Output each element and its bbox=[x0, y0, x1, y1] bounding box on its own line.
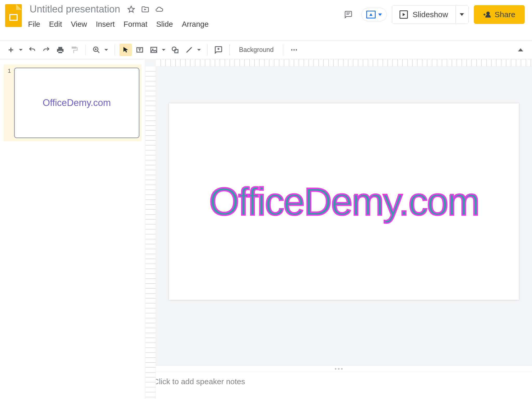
redo-button[interactable] bbox=[40, 44, 52, 56]
present-icon bbox=[366, 11, 376, 18]
slide-number: 1 bbox=[5, 68, 11, 138]
line-dropdown[interactable] bbox=[195, 44, 203, 56]
toolbar: Background bbox=[0, 41, 532, 59]
menu-format[interactable]: Format bbox=[124, 20, 148, 29]
select-tool[interactable] bbox=[119, 44, 132, 56]
paint-format-button bbox=[68, 44, 81, 56]
share-label: Share bbox=[495, 10, 515, 19]
speaker-notes[interactable]: Click to add speaker notes bbox=[145, 372, 532, 399]
filmstrip: 1 OfficeDemy.com bbox=[0, 59, 145, 399]
menu-insert[interactable]: Insert bbox=[96, 20, 115, 29]
person-plus-icon bbox=[483, 11, 491, 18]
slideshow-label: Slideshow bbox=[413, 10, 448, 19]
new-slide-button[interactable] bbox=[5, 44, 17, 56]
undo-button[interactable] bbox=[26, 44, 38, 56]
comments-icon[interactable] bbox=[341, 7, 356, 22]
vertical-ruler[interactable] bbox=[145, 66, 156, 399]
thumb-text: OfficeDemy.com bbox=[43, 97, 111, 108]
menu-slide[interactable]: Slide bbox=[156, 20, 173, 29]
slideshow-dropdown[interactable] bbox=[455, 5, 468, 24]
move-folder-icon[interactable] bbox=[141, 5, 150, 14]
svg-point-4 bbox=[172, 47, 176, 51]
star-icon[interactable] bbox=[127, 5, 136, 14]
canvas[interactable]: OfficeDemy.com bbox=[156, 66, 532, 365]
image-dropdown[interactable] bbox=[160, 44, 167, 56]
app-logo[interactable] bbox=[5, 4, 22, 27]
play-icon bbox=[400, 10, 408, 19]
menu-view[interactable]: View bbox=[71, 20, 87, 29]
notes-resize-handle[interactable] bbox=[145, 365, 532, 372]
collapse-toolbar-icon[interactable] bbox=[518, 48, 523, 51]
zoom-button[interactable] bbox=[90, 44, 103, 56]
more-tools-button[interactable] bbox=[288, 44, 300, 56]
svg-rect-2 bbox=[151, 47, 157, 52]
horizontal-ruler[interactable] bbox=[156, 59, 532, 66]
svg-point-7 bbox=[294, 49, 295, 50]
menu-arrange[interactable]: Arrange bbox=[182, 20, 209, 29]
new-slide-dropdown[interactable] bbox=[17, 44, 24, 56]
print-button[interactable] bbox=[54, 44, 66, 56]
textbox-tool[interactable] bbox=[134, 44, 146, 56]
image-tool[interactable] bbox=[148, 44, 160, 56]
cloud-status-icon[interactable] bbox=[155, 5, 164, 14]
shape-tool[interactable] bbox=[169, 44, 181, 56]
background-button[interactable]: Background bbox=[234, 44, 278, 56]
share-button[interactable]: Share bbox=[474, 5, 525, 24]
zoom-dropdown[interactable] bbox=[103, 44, 110, 56]
line-tool[interactable] bbox=[183, 44, 195, 56]
chevron-down-icon bbox=[378, 14, 382, 16]
menu-edit[interactable]: Edit bbox=[49, 20, 62, 29]
present-dropdown[interactable] bbox=[361, 8, 387, 21]
menubar: File Edit View Insert Format Slide Arran… bbox=[28, 20, 209, 29]
wordart-text[interactable]: OfficeDemy.com bbox=[209, 179, 479, 224]
menu-file[interactable]: File bbox=[28, 20, 40, 29]
slide-thumbnail[interactable]: 1 OfficeDemy.com bbox=[4, 64, 142, 141]
slideshow-button[interactable]: Slideshow bbox=[392, 5, 469, 24]
comment-add-button[interactable] bbox=[212, 44, 225, 56]
svg-point-8 bbox=[296, 49, 297, 50]
slide[interactable]: OfficeDemy.com bbox=[169, 103, 519, 300]
svg-point-6 bbox=[291, 49, 292, 50]
doc-title[interactable]: Untitled presentation bbox=[28, 3, 122, 15]
